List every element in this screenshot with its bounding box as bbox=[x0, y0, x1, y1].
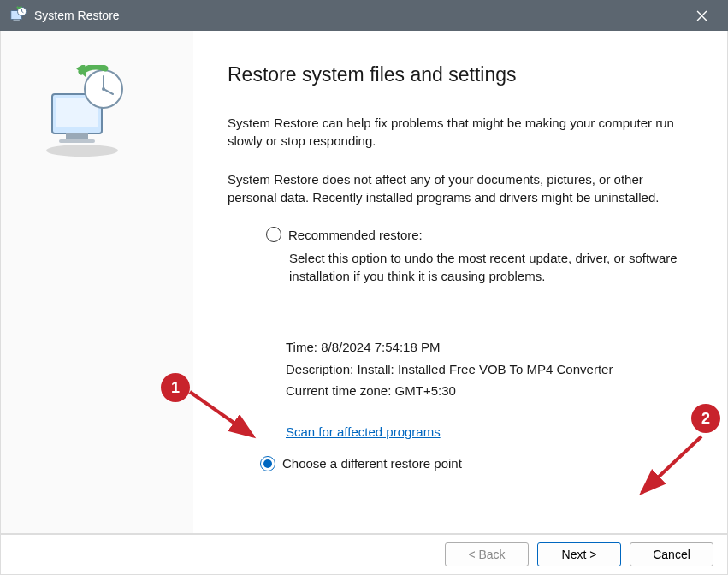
restore-tz-row: Current time zone: GMT+5:30 bbox=[286, 380, 683, 402]
scan-affected-link[interactable]: Scan for affected programs bbox=[286, 424, 441, 439]
annotation-arrow-1-icon bbox=[186, 388, 263, 448]
recommended-label: Recommended restore: bbox=[288, 228, 423, 242]
content-pane: Restore system files and settings System… bbox=[193, 31, 727, 533]
recommended-option: Recommended restore: bbox=[266, 227, 683, 242]
svg-marker-11 bbox=[76, 65, 86, 78]
time-label: Time: bbox=[286, 340, 321, 354]
sidebar bbox=[1, 31, 193, 533]
radio-unchecked-icon bbox=[266, 227, 281, 242]
close-button[interactable] bbox=[684, 0, 719, 31]
restore-time-row: Time: 8/8/2024 7:54:18 PM bbox=[286, 336, 683, 359]
restore-illustration bbox=[35, 147, 129, 162]
recommended-radio[interactable]: Recommended restore: bbox=[266, 227, 683, 242]
desc-value: Install: Installed Free VOB To MP4 Conve… bbox=[357, 362, 613, 376]
desc-label: Description: bbox=[286, 362, 357, 376]
different-label: Choose a different restore point bbox=[282, 456, 462, 471]
window-body: Restore system files and settings System… bbox=[0, 31, 728, 534]
radio-checked-icon bbox=[260, 456, 275, 471]
svg-point-4 bbox=[46, 145, 118, 157]
restore-point-meta: Time: 8/8/2024 7:54:18 PM Description: I… bbox=[286, 336, 683, 402]
different-point-radio[interactable]: Choose a different restore point bbox=[260, 456, 683, 471]
tz-label: Current time zone: bbox=[286, 383, 395, 398]
intro-paragraph-2: System Restore does not affect any of yo… bbox=[228, 170, 683, 206]
tz-value: GMT+5:30 bbox=[395, 383, 456, 398]
next-button[interactable]: Next > bbox=[537, 542, 621, 566]
svg-rect-8 bbox=[59, 139, 95, 143]
titlebar: System Restore bbox=[0, 0, 728, 31]
annotation-arrow-2-icon bbox=[633, 433, 710, 501]
cancel-button[interactable]: Cancel bbox=[630, 542, 713, 566]
restore-desc-row: Description: Install: Installed Free VOB… bbox=[286, 359, 683, 381]
restore-icon bbox=[9, 6, 27, 25]
svg-rect-7 bbox=[66, 133, 88, 139]
time-value: 8/8/2024 7:54:18 PM bbox=[321, 340, 440, 354]
footer-buttons: < Back Next > Cancel bbox=[0, 534, 728, 575]
intro-paragraph-1: System Restore can help fix problems tha… bbox=[228, 114, 683, 150]
annotation-callout-2: 2 bbox=[691, 404, 720, 433]
svg-rect-1 bbox=[14, 20, 20, 21]
page-heading: Restore system files and settings bbox=[228, 63, 683, 86]
back-button: < Back bbox=[445, 542, 529, 566]
recommended-description: Select this option to undo the most rece… bbox=[289, 249, 683, 285]
window-title: System Restore bbox=[34, 9, 120, 22]
annotation-callout-1: 1 bbox=[161, 373, 190, 402]
